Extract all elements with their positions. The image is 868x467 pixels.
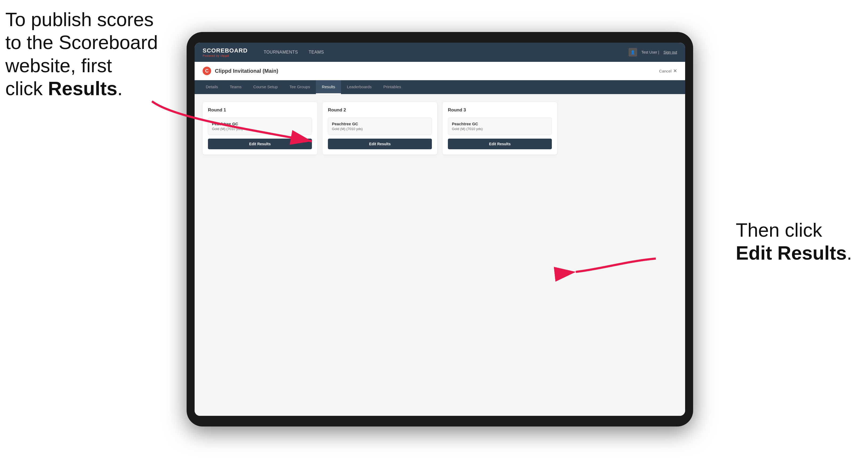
tab-teams[interactable]: Teams bbox=[224, 80, 247, 94]
logo-area: SCOREBOARD Powered by clippd bbox=[203, 47, 248, 57]
top-nav: SCOREBOARD Powered by clippd TOURNAMENTS… bbox=[195, 43, 685, 62]
nav-tournaments[interactable]: TOURNAMENTS bbox=[264, 50, 298, 55]
tab-course-setup[interactable]: Course Setup bbox=[247, 80, 284, 94]
instruction-right: Then click Edit Results. bbox=[736, 219, 852, 265]
tablet-frame: SCOREBOARD Powered by clippd TOURNAMENTS… bbox=[187, 32, 693, 427]
round-1-course-name: Peachtree GC bbox=[212, 122, 308, 126]
nav-teams[interactable]: TEAMS bbox=[309, 50, 324, 55]
nav-links: TOURNAMENTS TEAMS bbox=[264, 50, 629, 55]
round-1-edit-results-button[interactable]: Edit Results bbox=[208, 138, 312, 149]
tab-navigation: Details Teams Course Setup Tee Groups Re… bbox=[195, 80, 685, 94]
logo-text: SCOREBOARD bbox=[203, 47, 248, 54]
tab-leaderboards[interactable]: Leaderboards bbox=[341, 80, 377, 94]
round-1-course-details: Gold (M) (7010 yds) bbox=[212, 127, 308, 131]
tournament-header: C Clippd Invitational (Main) Cancel ✕ bbox=[195, 62, 685, 80]
tournament-title-area: C Clippd Invitational (Main) bbox=[203, 67, 278, 75]
logo-sub: Powered by clippd bbox=[203, 54, 248, 57]
round-1-course-card: Peachtree GC Gold (M) (7010 yds) bbox=[208, 118, 312, 135]
round-2-title: Round 2 bbox=[328, 107, 432, 113]
instruction-left-text: To publish scores to the Scoreboard webs… bbox=[5, 9, 158, 99]
tournament-title: Clippd Invitational (Main) bbox=[215, 68, 278, 74]
round-2-course-name: Peachtree GC bbox=[332, 122, 428, 126]
instruction-right-text: Then click Edit Results. bbox=[736, 219, 852, 263]
cancel-button[interactable]: Cancel ✕ bbox=[659, 68, 677, 74]
round-1-card: Round 1 Peachtree GC Gold (M) (7010 yds)… bbox=[203, 102, 317, 155]
tab-details[interactable]: Details bbox=[200, 80, 224, 94]
tournament-icon: C bbox=[203, 67, 211, 75]
round-3-card: Round 3 Peachtree GC Gold (M) (7010 yds)… bbox=[442, 102, 557, 155]
round-2-course-card: Peachtree GC Gold (M) (7010 yds) bbox=[328, 118, 432, 135]
round-3-title: Round 3 bbox=[448, 107, 552, 113]
tab-printables[interactable]: Printables bbox=[377, 80, 407, 94]
round-1-title: Round 1 bbox=[208, 107, 312, 113]
tab-tee-groups[interactable]: Tee Groups bbox=[284, 80, 316, 94]
round-3-course-card: Peachtree GC Gold (M) (7010 yds) bbox=[448, 118, 552, 135]
tablet-screen: SCOREBOARD Powered by clippd TOURNAMENTS… bbox=[195, 43, 685, 416]
rounds-grid: Round 1 Peachtree GC Gold (M) (7010 yds)… bbox=[203, 102, 677, 155]
close-icon: ✕ bbox=[673, 68, 677, 74]
empty-column bbox=[562, 102, 677, 155]
tab-results[interactable]: Results bbox=[316, 80, 341, 94]
round-2-course-details: Gold (M) (7010 yds) bbox=[332, 127, 428, 131]
user-name: Test User | bbox=[642, 50, 659, 54]
sign-out-link[interactable]: Sign out bbox=[663, 50, 677, 54]
instruction-left: To publish scores to the Scoreboard webs… bbox=[5, 8, 158, 100]
main-content: Round 1 Peachtree GC Gold (M) (7010 yds)… bbox=[195, 94, 685, 416]
user-avatar: 👤 bbox=[629, 48, 637, 57]
round-2-card: Round 2 Peachtree GC Gold (M) (7010 yds)… bbox=[322, 102, 437, 155]
round-3-course-details: Gold (M) (7010 yds) bbox=[452, 127, 548, 131]
round-2-edit-results-button[interactable]: Edit Results bbox=[328, 138, 432, 149]
nav-right: 👤 Test User | Sign out bbox=[629, 48, 677, 57]
round-3-edit-results-button[interactable]: Edit Results bbox=[448, 138, 552, 149]
round-3-course-name: Peachtree GC bbox=[452, 122, 548, 126]
